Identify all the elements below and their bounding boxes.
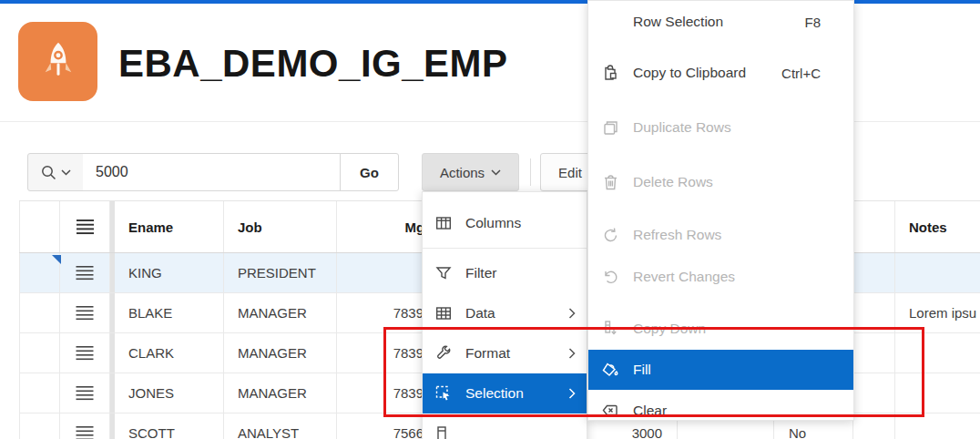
row-menu-header[interactable] xyxy=(60,201,110,252)
trash-icon xyxy=(600,174,620,191)
menu-item-label: Duplicate Rows xyxy=(633,119,731,136)
submenu-arrow-icon xyxy=(568,348,576,359)
cell-notes[interactable] xyxy=(895,373,980,413)
cell-hidden[interactable] xyxy=(853,413,895,439)
submenu-arrow-icon xyxy=(568,308,576,319)
submenu-item-duplicate-rows: Duplicate Rows xyxy=(588,105,853,150)
copy-down-icon xyxy=(600,320,620,337)
column-header-hidden[interactable] xyxy=(853,201,895,252)
hamburger-icon xyxy=(76,218,95,236)
cell-job[interactable]: MANAGER xyxy=(224,333,337,373)
data-icon xyxy=(435,305,452,322)
page-title: EBA_DEMO_IG_EMP xyxy=(118,42,508,86)
clear-icon xyxy=(600,402,620,420)
cell-ename[interactable]: JONES xyxy=(115,373,224,413)
menu-item-label: Delete Rows xyxy=(633,174,713,190)
cell-ename[interactable]: BLAKE xyxy=(115,293,224,332)
menu-item-label: Clear xyxy=(633,403,667,419)
shortcut-label: Ctrl+C xyxy=(781,66,821,81)
actions-menu-button[interactable]: Actions xyxy=(422,153,519,191)
menu-item-label: Copy to Clipboard xyxy=(633,65,746,81)
selection-submenu: Row Selection F8 Copy to Clipboard Ctrl+… xyxy=(587,0,854,421)
hamburger-icon xyxy=(76,384,94,402)
cell-job[interactable]: MANAGER xyxy=(224,373,337,413)
rows-per-page-icon xyxy=(435,425,452,439)
current-row-marker xyxy=(52,255,61,264)
cell-hidden[interactable] xyxy=(853,373,895,413)
duplicate-icon xyxy=(600,119,620,137)
row-selector-header[interactable] xyxy=(19,201,60,252)
submenu-item-row-selection[interactable]: Row Selection F8 xyxy=(588,3,853,41)
cell-notes[interactable]: Lorem ipsu xyxy=(895,293,980,332)
filter-icon xyxy=(435,265,452,281)
menu-item-label: Revert Changes xyxy=(633,269,735,285)
row-selector-cell[interactable] xyxy=(19,373,60,413)
menu-item-label: Refresh Rows xyxy=(633,227,721,243)
cell-job[interactable]: ANALYST xyxy=(224,413,337,439)
submenu-item-delete-rows: Delete Rows xyxy=(588,159,853,205)
menu-item-selection[interactable]: Selection xyxy=(423,373,587,413)
row-selector-cell[interactable] xyxy=(19,333,60,373)
cell-hidden[interactable] xyxy=(853,253,895,292)
submenu-item-clear[interactable]: Clear xyxy=(588,390,853,432)
columns-icon xyxy=(435,215,452,231)
format-icon xyxy=(435,345,452,362)
row-menu-cell[interactable] xyxy=(60,333,110,373)
hamburger-icon xyxy=(76,424,94,439)
app-logo xyxy=(18,22,97,101)
cell-ename[interactable]: CLARK xyxy=(115,333,224,373)
search-input[interactable] xyxy=(83,153,341,191)
row-menu-cell[interactable] xyxy=(60,413,110,439)
submenu-arrow-icon xyxy=(568,388,576,399)
hamburger-icon xyxy=(76,344,94,362)
row-menu-cell[interactable] xyxy=(60,373,110,413)
menu-item-filter[interactable]: Filter xyxy=(423,253,587,293)
submenu-item-copy-to-clipboard[interactable]: Copy to Clipboard Ctrl+C xyxy=(588,50,853,96)
column-header-ename[interactable]: Ename xyxy=(115,201,224,252)
column-header-notes[interactable]: Notes xyxy=(895,201,980,252)
row-selector-cell[interactable] xyxy=(19,413,60,439)
actions-menu: Columns Filter Data xyxy=(422,191,587,439)
search-options-button[interactable] xyxy=(27,153,84,191)
refresh-icon xyxy=(600,227,620,244)
fill-icon xyxy=(600,361,620,379)
row-menu-cell[interactable] xyxy=(60,293,110,332)
menu-item-label: Format xyxy=(465,345,510,362)
cell-notes[interactable] xyxy=(895,413,980,439)
menu-item-data[interactable]: Data xyxy=(423,293,587,333)
chevron-down-icon xyxy=(61,168,71,176)
submenu-item-fill[interactable]: Fill xyxy=(588,350,853,390)
row-selector-cell[interactable] xyxy=(19,293,60,332)
menu-item-label: Columns xyxy=(465,215,521,231)
menu-item-partial[interactable] xyxy=(423,413,587,439)
cell-hidden[interactable] xyxy=(853,293,895,332)
menu-item-label: Fill xyxy=(633,362,651,378)
go-button[interactable]: Go xyxy=(340,153,399,191)
hamburger-icon xyxy=(76,304,94,322)
apex-interactive-grid-page: EBA_DEMO_IG_EMP Go Actions Edit xyxy=(0,0,980,439)
cell-notes[interactable] xyxy=(895,253,980,292)
cell-notes[interactable] xyxy=(895,333,980,373)
menu-separator xyxy=(423,248,587,249)
rocket-icon xyxy=(35,38,82,86)
row-menu-cell[interactable] xyxy=(60,253,110,292)
clipboard-icon xyxy=(600,65,620,82)
column-header-job[interactable]: Job xyxy=(224,201,337,252)
cell-job[interactable]: MANAGER xyxy=(224,293,337,332)
cell-hidden[interactable] xyxy=(853,333,895,373)
toolbar-separator xyxy=(530,158,531,186)
undo-icon xyxy=(600,269,620,286)
selection-icon xyxy=(435,385,452,402)
cell-ename[interactable]: KING xyxy=(115,253,224,292)
hamburger-icon xyxy=(76,264,94,281)
menu-item-format[interactable]: Format xyxy=(423,333,587,373)
submenu-item-revert-changes: Revert Changes xyxy=(588,256,853,298)
menu-item-label: Row Selection xyxy=(633,14,723,30)
menu-item-columns[interactable]: Columns xyxy=(423,203,587,243)
menu-item-label: Filter xyxy=(465,265,496,281)
menu-item-label: Copy Down xyxy=(633,321,706,337)
chevron-down-icon xyxy=(491,168,501,176)
cell-ename[interactable]: SCOTT xyxy=(115,413,224,439)
cell-job[interactable]: PRESIDENT xyxy=(224,253,337,292)
search-icon xyxy=(40,164,57,181)
